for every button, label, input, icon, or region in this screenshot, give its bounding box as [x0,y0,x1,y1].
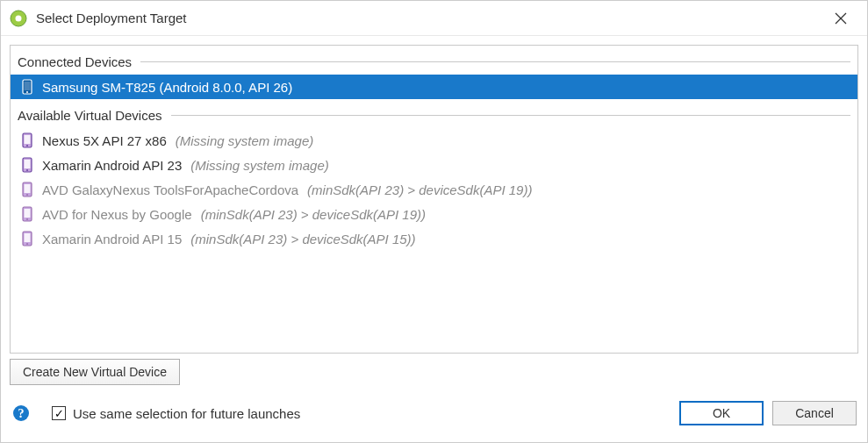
available-devices-label: Available Virtual Devices [18,108,162,123]
device-list-frame: Connected Devices Samsung SM-T825 (Andro… [10,45,858,354]
titlebar: Select Deployment Target [1,1,867,36]
svg-point-21 [26,243,28,245]
phone-icon [22,206,32,222]
svg-point-9 [26,145,28,146]
device-note: (minSdk(API 23) > deviceSdk(API 15)) [190,232,415,247]
device-note: (minSdk(API 23) > deviceSdk(API 19)) [307,182,532,197]
create-new-virtual-device-button[interactable]: Create New Virtual Device [10,359,180,385]
device-name: Samsung SM-T825 (Android 8.0.0, API 26) [42,80,292,95]
device-row[interactable]: Samsung SM-T825 (Android 8.0.0, API 26) [11,75,857,99]
separator [171,115,850,116]
svg-rect-11 [25,160,31,168]
phone-icon [22,182,32,197]
close-icon [835,12,847,25]
connected-devices-label: Connected Devices [18,54,132,69]
device-row[interactable]: Xamarin Android API 23 (Missing system i… [11,153,857,177]
device-row[interactable]: Xamarin Android API 15 (minSdk(API 23) >… [11,226,857,251]
window-title: Select Deployment Target [36,11,186,25]
svg-rect-8 [25,135,31,144]
app-icon [10,10,27,27]
phone-icon [22,79,32,95]
connected-devices-header: Connected Devices [11,46,857,75]
svg-rect-14 [25,184,31,193]
svg-point-12 [26,169,28,171]
phone-icon [22,231,32,247]
checkbox-icon: ✓ [52,406,66,420]
device-note: (Missing system image) [176,133,314,148]
device-name: Xamarin Android API 23 [42,158,182,173]
svg-point-1 [16,15,22,21]
cancel-button[interactable]: Cancel [772,401,857,425]
ok-button[interactable]: OK [679,401,764,425]
device-name: AVD for Nexus by Google [42,207,192,222]
use-same-selection-checkbox[interactable]: ✓ Use same selection for future launches [52,406,300,421]
phone-icon [22,157,32,173]
svg-rect-5 [25,82,31,90]
svg-rect-17 [25,209,31,218]
device-row[interactable]: AVD for Nexus by Google (minSdk(API 23) … [11,202,857,226]
close-button[interactable] [825,6,857,31]
svg-point-6 [26,91,28,93]
svg-rect-20 [25,233,31,242]
device-name: AVD GalaxyNexus ToolsForApacheCordova [42,182,298,197]
svg-text:?: ? [18,407,25,420]
device-row[interactable]: AVD GalaxyNexus ToolsForApacheCordova (m… [11,177,857,202]
help-icon[interactable]: ? [11,404,31,423]
device-note: (Missing system image) [190,158,329,173]
svg-point-18 [26,218,28,220]
checkbox-label: Use same selection for future launches [73,406,300,421]
device-name: Nexus 5X API 27 x86 [42,133,167,148]
device-note: (minSdk(API 23) > deviceSdk(API 19)) [201,207,426,222]
available-devices-header: Available Virtual Devices [11,99,857,128]
phone-icon [22,132,32,148]
device-name: Xamarin Android API 15 [42,232,182,247]
device-row[interactable]: Nexus 5X API 27 x86 (Missing system imag… [11,128,857,153]
separator [140,61,850,62]
svg-point-15 [26,194,28,196]
